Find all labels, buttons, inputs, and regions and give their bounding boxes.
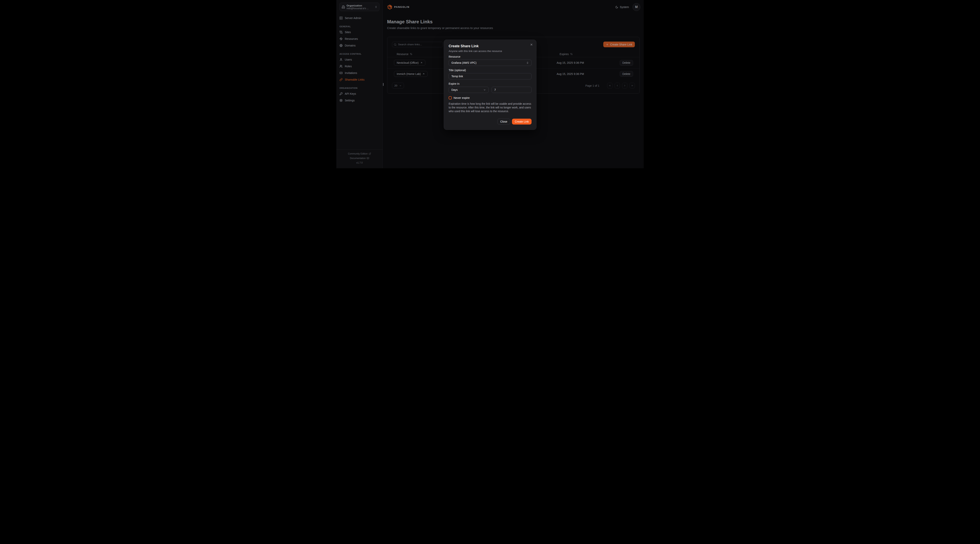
sidebar-item-label: Domains <box>345 44 356 47</box>
server-icon <box>339 16 343 20</box>
theme-toggle[interactable]: System <box>615 5 629 9</box>
create-share-link-button[interactable]: Create Share Link <box>603 41 635 47</box>
expire-unit-select[interactable]: Days <box>449 87 488 93</box>
sidebar-item-label: Roles <box>345 65 352 68</box>
create-share-link-dialog: Create Share Link Anyone with this link … <box>444 40 536 130</box>
first-page-button[interactable] <box>607 83 612 88</box>
sidebar-item-api-keys[interactable]: API Keys <box>339 91 379 96</box>
search-wrap <box>392 42 443 47</box>
app-root: Organization milo@fossorial.io's ... Ser… <box>336 0 644 168</box>
community-edition-link[interactable]: Community Edition <box>336 152 383 155</box>
brand-name: PANGOLIN <box>394 6 409 8</box>
sidebar-item-domains[interactable]: Domains <box>339 43 379 48</box>
arrow-up-down-icon <box>570 53 573 55</box>
arrow-up-right-icon <box>422 73 425 75</box>
moon-icon <box>615 6 618 9</box>
pagination: Page 1 of 1 <box>585 83 635 88</box>
resource-label: Resource <box>449 55 531 58</box>
next-page-icon <box>624 85 626 87</box>
page-subtitle: Create shareable links to grant temporar… <box>387 26 639 30</box>
sidebar-scrollbar-thumb[interactable] <box>383 83 383 86</box>
never-expire-checkbox[interactable] <box>449 96 452 99</box>
page-size-select[interactable]: 20 <box>392 83 404 88</box>
arrow-up-down-icon <box>410 53 412 55</box>
sidebar-item-label: Resources <box>345 37 358 40</box>
sidebar-item-label: Invitations <box>345 72 357 75</box>
close-button[interactable]: Close <box>498 119 511 124</box>
expire-in-label: Expire In <box>449 82 531 85</box>
globe-icon <box>339 44 343 47</box>
sidebar-item-label: Settings <box>345 99 355 102</box>
close-icon[interactable] <box>530 43 533 46</box>
resource-select[interactable]: Grafana (AWS VPC) <box>449 60 531 66</box>
sidebar-item-label: Users <box>345 58 352 61</box>
pangolin-swirl-icon <box>387 4 393 10</box>
plus-icon <box>606 43 609 46</box>
book-open-icon <box>367 157 369 160</box>
resource-link-button[interactable]: Nextcloud (Office) <box>394 60 425 66</box>
sidebar-item-roles[interactable]: Roles <box>339 64 379 69</box>
sidebar-item-label: Server Admin <box>345 16 361 20</box>
sidebar-item-settings[interactable]: Settings <box>339 98 379 103</box>
key-icon <box>339 92 343 95</box>
sidebar-item-invitations[interactable]: Invitations <box>339 70 379 75</box>
documentation-link[interactable]: Documentation <box>336 157 383 160</box>
never-expire-label: Never expire <box>453 96 469 99</box>
waypoints-icon <box>339 37 343 40</box>
create-link-button[interactable]: Create Link <box>512 119 531 124</box>
resource-link-button[interactable]: Immich (Home Lab) <box>394 71 428 77</box>
search-input[interactable] <box>392 42 443 47</box>
last-page-icon <box>631 85 633 87</box>
previous-page-button[interactable] <box>615 83 620 88</box>
page-status: Page 1 of 1 <box>585 84 599 87</box>
title-input[interactable] <box>449 73 531 80</box>
next-page-button[interactable] <box>622 83 627 88</box>
never-expire-row: Never expire <box>449 96 531 99</box>
sidebar-item-shareable-links[interactable]: Shareable Links <box>339 77 379 82</box>
users-icon <box>339 65 343 68</box>
sidebar-item-resources[interactable]: Resources <box>339 36 379 41</box>
page-title: Manage Share Links <box>387 19 639 24</box>
dialog-subtitle: Anyone with this link can access the res… <box>449 49 531 53</box>
avatar[interactable]: M <box>633 3 640 11</box>
sidebar-item-label: API Keys <box>345 92 356 95</box>
user-icon <box>339 58 343 61</box>
page-header: Manage Share Links Create shareable link… <box>383 14 644 30</box>
combine-icon <box>339 30 343 34</box>
organization-label: Organization <box>347 4 373 7</box>
last-page-button[interactable] <box>630 83 635 88</box>
chevrons-up-down-icon <box>526 62 529 64</box>
delete-button[interactable]: Delete <box>620 71 633 77</box>
column-header-expires[interactable]: Expires <box>554 53 619 56</box>
section-title-organization: ORGANIZATION <box>339 87 379 89</box>
sidebar-footer: Community Edition Documentation v1.7.0 <box>336 150 383 168</box>
section-title-general: GENERAL <box>339 25 379 28</box>
expiration-description: Expiration time is how long the link wil… <box>449 102 531 113</box>
sidebar-item-server-admin[interactable]: Server Admin <box>339 16 379 21</box>
title-label: Title (optional) <box>449 69 531 72</box>
previous-page-icon <box>616 85 619 87</box>
organization-selector[interactable]: Organization milo@fossorial.io's ... <box>339 3 379 11</box>
ticket-check-icon <box>339 72 343 75</box>
sidebar-item-label: Shareable Links <box>345 78 364 81</box>
brand[interactable]: PANGOLIN <box>387 4 409 10</box>
sidebar-item-users[interactable]: Users <box>339 57 379 62</box>
topbar: PANGOLIN System M <box>383 0 644 14</box>
expires-cell: Aug 15, 2025 9:36 PM <box>554 72 619 75</box>
delete-button[interactable]: Delete <box>620 60 633 66</box>
building-icon <box>342 5 345 9</box>
chevrons-up-down-icon <box>375 6 377 8</box>
expire-value-input[interactable] <box>492 87 531 93</box>
sidebar: Organization milo@fossorial.io's ... Ser… <box>336 0 383 168</box>
link-icon <box>339 78 343 81</box>
sidebar-item-sites[interactable]: Sites <box>339 30 379 35</box>
organization-value: milo@fossorial.io's ... <box>347 7 373 10</box>
section-title-access-control: ACCESS CONTROL <box>339 53 379 55</box>
chevron-down-icon <box>399 85 402 87</box>
community-edition-label: Community Edition <box>348 152 368 155</box>
sidebar-item-label: Sites <box>345 30 351 34</box>
external-link-icon <box>369 153 371 155</box>
search-icon <box>394 43 396 46</box>
chevron-down-icon <box>483 89 486 91</box>
theme-label: System <box>620 5 629 9</box>
